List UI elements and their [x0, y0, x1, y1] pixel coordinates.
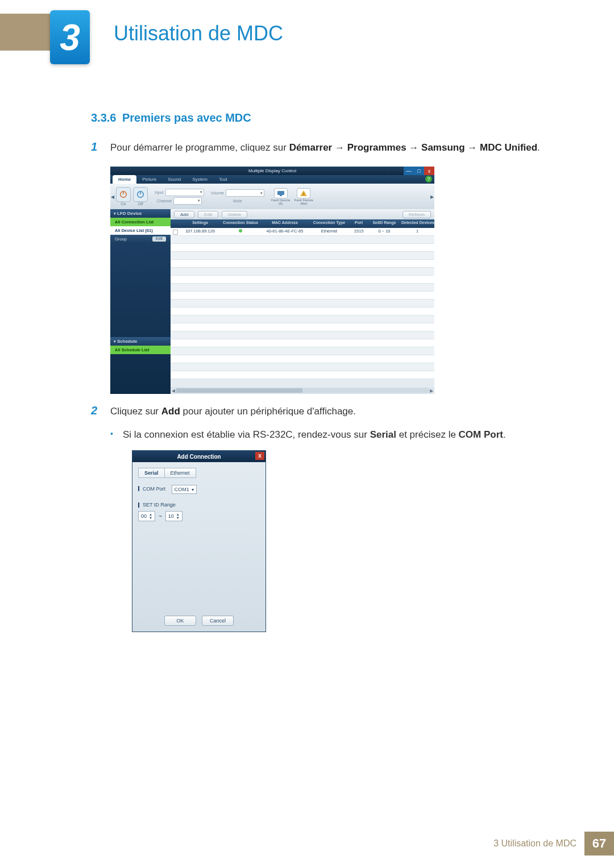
channel-spinner[interactable] — [173, 197, 202, 205]
b1-b1: Serial — [370, 429, 396, 440]
page-number: 67 — [584, 832, 614, 855]
fault-device-count: (0) — [279, 202, 283, 205]
row-range: 0 ~ 10 — [368, 228, 400, 235]
monitor-icon — [277, 190, 285, 196]
step1-b1: Démarrer — [289, 142, 333, 153]
tab-picture[interactable]: Picture — [136, 175, 162, 184]
scrollbar-thumb[interactable] — [176, 388, 302, 393]
dialog-body: Serial Ethernet COM Port COM1 ▾ SET ID R… — [132, 462, 265, 535]
close-button[interactable]: x — [424, 167, 434, 175]
sidebar-all-schedule[interactable]: All Schedule List — [110, 346, 171, 354]
sidebar-group-label: Group — [115, 236, 127, 242]
step-1-text: Pour démarrer le programme, cliquez sur … — [110, 140, 540, 155]
power-off-icon — [136, 190, 144, 198]
table-row[interactable]: 107.108.89.126 40-61-86-4E-FC-65 Etherne… — [171, 228, 434, 236]
sidebar-lfd-header[interactable]: LFD Device — [110, 209, 171, 218]
table-row — [171, 236, 434, 244]
volume-label: Volume — [211, 191, 224, 195]
com-port-label: COM Port — [138, 486, 165, 492]
table-row — [171, 260, 434, 268]
volume-group: Volume Mute — [208, 189, 268, 203]
sidebar-group-edit[interactable]: Edit — [152, 236, 166, 242]
sidebar-group[interactable]: Group Edit — [110, 235, 171, 243]
scroll-left-icon[interactable]: ◀ — [172, 388, 175, 393]
col-status: Connection Status — [221, 219, 260, 228]
toolbar: Add Edit Delete Refresh — [171, 209, 434, 219]
table-row — [171, 300, 434, 308]
sidebar-all-connection[interactable]: All Connection List — [110, 218, 171, 226]
table-row — [171, 292, 434, 300]
minimize-button[interactable]: — — [404, 167, 414, 175]
scrollbar-track[interactable] — [176, 388, 429, 393]
spinner-buttons-icon[interactable]: ▲▼ — [176, 513, 180, 520]
step2-post: pour ajouter un périphérique d'affichage… — [180, 406, 356, 417]
range-separator: ~ — [159, 513, 162, 520]
edit-button[interactable]: Edit — [198, 211, 218, 218]
table-row — [171, 371, 434, 379]
mdc-title: Multiple Display Control — [248, 168, 296, 173]
power-off-button[interactable] — [133, 187, 148, 202]
tab-sound[interactable]: Sound — [162, 175, 186, 184]
step-1-number: 1 — [91, 140, 110, 155]
scroll-right-icon[interactable]: ▶ — [430, 388, 433, 393]
add-button[interactable]: Add — [174, 211, 194, 218]
step1-b3: Samsung — [421, 142, 465, 153]
fault-alert-button[interactable]: ! Fault Device Alert — [292, 188, 315, 205]
refresh-button[interactable]: Refresh — [403, 211, 431, 218]
table-row — [171, 308, 434, 315]
table-row — [171, 347, 434, 355]
delete-button[interactable]: Delete — [222, 211, 247, 218]
b1-pre: Si la connexion est établie via RS-232C,… — [123, 429, 370, 440]
ok-button[interactable]: OK — [164, 616, 196, 626]
mdc-sidebar: LFD Device All Connection List All Devic… — [110, 209, 171, 394]
b1-b2: COM Port — [459, 429, 503, 440]
ribbon-scroll-right-icon[interactable]: ▶ — [430, 194, 434, 199]
range-to-spinner[interactable]: 10 ▲▼ — [165, 511, 182, 521]
tab-tool[interactable]: Tool — [213, 175, 233, 184]
add-connection-dialog: Add Connection x Serial Ethernet COM Por… — [132, 450, 266, 632]
maximize-button[interactable]: □ — [414, 167, 424, 175]
table-row — [171, 315, 434, 323]
range-from-spinner[interactable]: 00 ▲▼ — [138, 511, 155, 521]
table-row — [171, 355, 434, 363]
tab-serial[interactable]: Serial — [138, 468, 165, 478]
power-on-button[interactable] — [116, 187, 131, 202]
page-footer: 3 Utilisation de MDC 67 — [493, 832, 614, 855]
mute-button[interactable]: Mute — [233, 199, 242, 203]
range-from-value: 00 — [141, 513, 147, 519]
spinner-buttons-icon[interactable]: ▲▼ — [149, 513, 152, 520]
ribbon-scroll-left-icon[interactable]: ◀ — [111, 194, 114, 199]
tab-system[interactable]: System — [186, 175, 213, 184]
footer-chapter-label: 3 Utilisation de MDC — [493, 838, 584, 849]
mdc-titlebar: Multiple Display Control — □ x — [110, 167, 434, 175]
fault-device-button[interactable]: Fault Device (0) — [271, 188, 290, 205]
window-controls: — □ x — [404, 167, 434, 175]
status-dot-icon — [239, 229, 242, 232]
tab-home[interactable]: Home — [113, 175, 136, 184]
step-2-number: 2 — [91, 404, 110, 419]
table-row — [171, 339, 434, 347]
svg-rect-5 — [280, 195, 282, 196]
input-select[interactable] — [165, 189, 204, 196]
horizontal-scrollbar[interactable]: ◀ ▶ — [171, 387, 434, 394]
dialog-title: Add Connection — [177, 454, 221, 460]
step2-pre: Cliquez sur — [110, 406, 161, 417]
grid-body: 107.108.89.126 40-61-86-4E-FC-65 Etherne… — [171, 228, 434, 387]
sidebar-all-device[interactable]: All Device List (01) — [110, 226, 171, 235]
step1-pre: Pour démarrer le programme, cliquez sur — [110, 142, 289, 153]
row-checkbox[interactable] — [171, 228, 180, 235]
grid-header: Settings Connection Status MAC Address C… — [171, 219, 434, 228]
mdc-body: LFD Device All Connection List All Devic… — [110, 209, 434, 394]
tab-ethernet[interactable]: Ethernet — [165, 468, 196, 478]
power-group: On Off — [113, 187, 151, 206]
svg-text:!: ! — [303, 192, 304, 197]
bullet-1-text: Si la connexion est établie via RS-232C,… — [123, 427, 506, 442]
step2-b1: Add — [161, 406, 180, 417]
dialog-close-button[interactable]: x — [255, 452, 264, 460]
cancel-button[interactable]: Cancel — [202, 616, 234, 626]
help-icon[interactable]: ? — [425, 176, 432, 182]
com-port-select[interactable]: COM1 ▾ — [172, 485, 197, 494]
step1-b4: MDC Unified — [480, 142, 537, 153]
sidebar-schedule-header[interactable]: Schedule — [110, 337, 171, 346]
volume-select[interactable] — [226, 189, 264, 197]
